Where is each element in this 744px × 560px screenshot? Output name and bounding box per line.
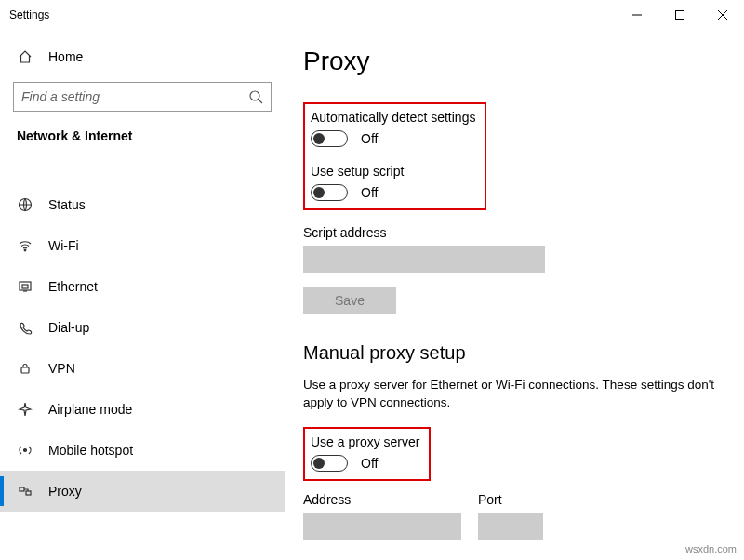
- use-proxy-toggle[interactable]: [311, 455, 348, 472]
- svg-rect-13: [26, 491, 31, 495]
- sidebar-item-hotspot[interactable]: Mobile hotspot: [0, 430, 285, 471]
- manual-setup-title: Manual proxy setup: [303, 342, 718, 364]
- sidebar-section-title: Network & Internet: [0, 125, 285, 156]
- window-controls: [616, 0, 744, 30]
- sidebar-item-label: Mobile hotspot: [48, 443, 133, 458]
- minimize-icon: [632, 10, 642, 20]
- port-input: [478, 513, 543, 540]
- sidebar-item-label: Proxy: [48, 484, 82, 499]
- highlight-use-proxy: Use a proxy server Off: [303, 427, 431, 481]
- auto-detect-label: Automatically detect settings: [311, 110, 475, 125]
- hotspot-icon: [17, 443, 33, 458]
- sidebar-item-dialup[interactable]: Dial-up: [0, 307, 285, 348]
- sidebar-item-label: Ethernet: [48, 279, 98, 294]
- svg-point-4: [250, 91, 259, 100]
- svg-rect-1: [676, 11, 684, 20]
- sidebar-item-wifi[interactable]: Wi-Fi: [0, 225, 285, 266]
- maximize-icon: [675, 10, 684, 20]
- address-label: Address: [303, 492, 461, 507]
- search-icon: [248, 89, 263, 104]
- home-link[interactable]: Home: [0, 39, 285, 74]
- ethernet-icon: [17, 279, 33, 294]
- search-input[interactable]: [13, 82, 272, 112]
- script-address-input: [303, 246, 545, 273]
- status-icon: [17, 197, 33, 212]
- wifi-icon: [17, 238, 33, 253]
- home-label: Home: [48, 49, 83, 64]
- sidebar-item-label: Wi-Fi: [48, 238, 79, 253]
- maximize-button[interactable]: [658, 0, 701, 30]
- address-input: [303, 513, 461, 540]
- search-field[interactable]: [21, 89, 248, 104]
- watermark: wsxdn.com: [685, 543, 737, 554]
- window-title: Settings: [9, 8, 616, 21]
- manual-setup-description: Use a proxy server for Ethernet or Wi-Fi…: [303, 377, 718, 412]
- svg-rect-8: [20, 282, 31, 290]
- sidebar-item-label: VPN: [48, 361, 75, 376]
- proxy-icon: [17, 484, 33, 499]
- script-address-label: Script address: [303, 225, 718, 240]
- svg-point-11: [24, 449, 27, 452]
- svg-rect-10: [21, 367, 29, 373]
- svg-rect-12: [20, 487, 24, 491]
- minimize-button[interactable]: [616, 0, 658, 30]
- vpn-icon: [17, 361, 33, 376]
- dialup-icon: [17, 320, 33, 335]
- sidebar-item-label: Status: [48, 197, 86, 212]
- sidebar-item-ethernet[interactable]: Ethernet: [0, 266, 285, 307]
- setup-script-state: Off: [361, 185, 378, 200]
- highlight-auto-setup: Automatically detect settings Off Use se…: [303, 102, 486, 210]
- sidebar-item-vpn[interactable]: VPN: [0, 348, 285, 389]
- airplane-icon: [17, 402, 33, 417]
- svg-line-5: [259, 100, 262, 103]
- save-button: Save: [303, 287, 396, 314]
- sidebar-item-status[interactable]: Status: [0, 184, 285, 225]
- content: Proxy Automatically detect settings Off …: [285, 30, 744, 560]
- svg-point-7: [24, 249, 26, 251]
- home-icon: [17, 49, 33, 64]
- titlebar: Settings: [0, 0, 744, 30]
- sidebar: Home Network & Internet Status Wi-Fi Eth…: [0, 30, 285, 560]
- sidebar-item-proxy[interactable]: Proxy: [0, 471, 285, 512]
- sidebar-item-label: Airplane mode: [48, 402, 132, 417]
- sidebar-item-label: Dial-up: [48, 320, 89, 335]
- page-title: Proxy: [303, 47, 718, 76]
- use-proxy-state: Off: [361, 456, 378, 471]
- port-label: Port: [478, 492, 543, 507]
- auto-detect-toggle[interactable]: [311, 130, 348, 147]
- svg-rect-9: [22, 285, 28, 288]
- use-proxy-label: Use a proxy server: [311, 434, 419, 449]
- setup-script-toggle[interactable]: [311, 184, 348, 201]
- close-button[interactable]: [701, 0, 744, 30]
- close-icon: [718, 10, 727, 20]
- sidebar-item-airplane[interactable]: Airplane mode: [0, 389, 285, 430]
- setup-script-label: Use setup script: [311, 164, 475, 179]
- auto-detect-state: Off: [361, 131, 378, 146]
